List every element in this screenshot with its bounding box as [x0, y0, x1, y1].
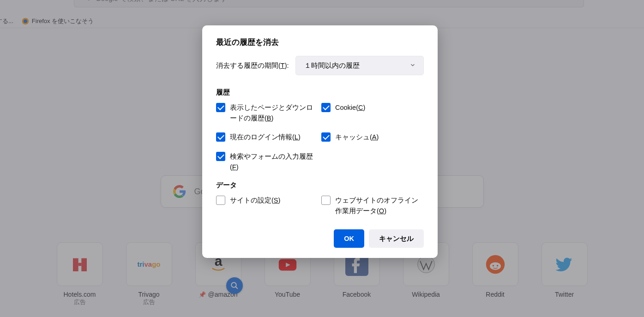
- dialog-button-row: OK キャンセル: [216, 229, 424, 248]
- section-heading-history: 履歴: [216, 88, 424, 97]
- checkbox-icon: [216, 103, 225, 112]
- data-checkboxes: サイトの設定(S) ウェブサイトのオフライン作業用データ(O): [216, 195, 424, 216]
- checkbox-icon: [216, 132, 225, 142]
- checkbox-cookies[interactable]: Cookie(C): [321, 102, 424, 113]
- cancel-button[interactable]: キャンセル: [369, 229, 424, 248]
- checkbox-icon: [321, 132, 331, 142]
- checkbox-active-logins[interactable]: 現在のログイン情報(L): [216, 132, 319, 143]
- dialog-title: 最近の履歴を消去: [216, 37, 424, 48]
- chevron-down-icon: [409, 62, 416, 70]
- section-heading-data: データ: [216, 181, 424, 190]
- time-range-select[interactable]: １時間以内の履歴: [295, 56, 424, 75]
- time-range-value: １時間以内の履歴: [304, 61, 360, 70]
- ok-button[interactable]: OK: [334, 229, 364, 248]
- checkbox-icon: [216, 196, 225, 205]
- checkbox-form-search-history[interactable]: 検索やフォームの入力履歴(F): [216, 151, 319, 173]
- clear-history-dialog: 最近の履歴を消去 消去する履歴の期間(T): １時間以内の履歴 履歴 表示したペ…: [202, 25, 438, 258]
- checkbox-icon: [321, 196, 331, 205]
- history-checkboxes: 表示したページとダウンロードの履歴(B) Cookie(C) 現在のログイン情報…: [216, 102, 424, 173]
- checkbox-cache[interactable]: キャッシュ(A): [321, 132, 424, 143]
- time-range-label: 消去する履歴の期間(T):: [216, 61, 289, 70]
- checkbox-icon: [321, 103, 331, 112]
- checkbox-icon: [216, 152, 225, 161]
- time-range-row: 消去する履歴の期間(T): １時間以内の履歴: [216, 56, 424, 75]
- checkbox-offline-website-data[interactable]: ウェブサイトのオフライン作業用データ(O): [321, 195, 424, 216]
- checkbox-site-settings[interactable]: サイトの設定(S): [216, 195, 319, 206]
- checkbox-browsing-download-history[interactable]: 表示したページとダウンロードの履歴(B): [216, 102, 319, 124]
